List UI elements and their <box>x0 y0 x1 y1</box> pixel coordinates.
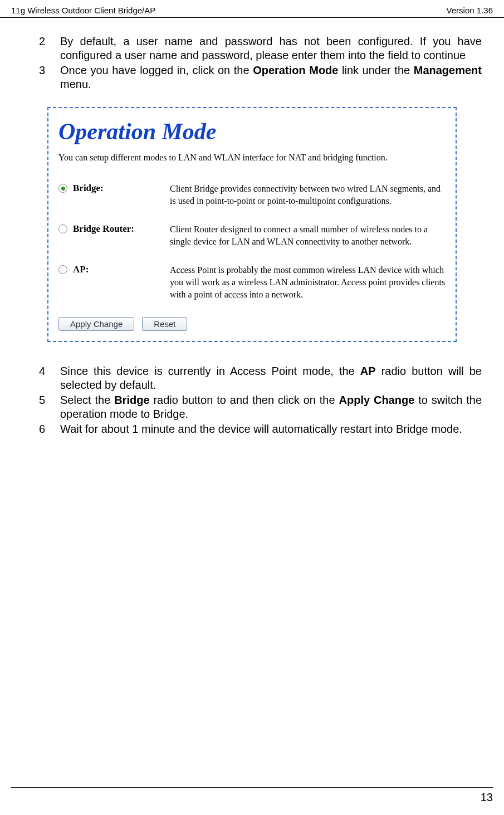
step-text: Since this device is currently in Access… <box>60 364 482 392</box>
step-text: Select the Bridge radio button to and th… <box>60 393 482 421</box>
step-number: 5 <box>39 393 48 421</box>
operation-mode-panel: Operation Mode You can setup different m… <box>47 107 457 342</box>
mode-row: AP:Access Point is probably the most com… <box>58 264 446 300</box>
page-number: 13 <box>481 791 493 803</box>
step-text: By default, a user name and password has… <box>60 35 482 62</box>
mode-label-text: Bridge Router: <box>73 223 134 235</box>
mode-description: Access Point is probably the most common… <box>170 264 446 300</box>
panel-title: Operation Mode <box>58 118 446 145</box>
radio-icon[interactable] <box>58 265 67 274</box>
step-text: Wait for about 1 minute and the device w… <box>60 422 482 436</box>
step-item: 3Once you have logged in, click on the O… <box>39 64 482 91</box>
step-number: 2 <box>39 35 48 62</box>
button-row: Apply Change Reset <box>58 317 446 331</box>
step-item: 4Since this device is currently in Acces… <box>39 364 482 392</box>
step-text: Once you have logged in, click on the Op… <box>60 64 482 91</box>
doc-version: Version 1.36 <box>447 6 493 15</box>
step-item: 2By default, a user name and password ha… <box>39 35 482 62</box>
radio-icon[interactable] <box>58 225 67 233</box>
step-number: 4 <box>39 364 48 392</box>
steps-top: 2By default, a user name and password ha… <box>22 35 482 91</box>
mode-row: Bridge Router:Client Router designed to … <box>58 223 446 247</box>
mode-row: Bridge:Client Bridge provides connectivi… <box>58 183 446 207</box>
mode-radio-label[interactable]: Bridge Router: <box>58 223 170 235</box>
mode-radio-label[interactable]: AP: <box>58 264 170 275</box>
doc-title: 11g Wireless Outdoor Client Bridge/AP <box>11 6 155 15</box>
radio-selected-dot-icon <box>61 187 65 191</box>
mode-radio-label[interactable]: Bridge: <box>58 183 170 194</box>
page-content: 2By default, a user name and password ha… <box>0 35 504 436</box>
page-footer: 13 <box>11 787 493 804</box>
step-item: 6Wait for about 1 minute and the device … <box>39 422 482 436</box>
apply-change-button[interactable]: Apply Change <box>58 317 134 331</box>
page-header: 11g Wireless Outdoor Client Bridge/AP Ve… <box>0 0 504 18</box>
radio-icon[interactable] <box>58 184 67 193</box>
mode-description: Client Bridge provides connectivity betw… <box>170 183 446 207</box>
steps-bottom: 4Since this device is currently in Acces… <box>22 364 482 436</box>
mode-label-text: Bridge: <box>73 183 104 194</box>
step-item: 5Select the Bridge radio button to and t… <box>39 393 482 421</box>
mode-description: Client Router designed to connect a smal… <box>170 223 446 247</box>
panel-description: You can setup different modes to LAN and… <box>58 153 446 163</box>
step-number: 6 <box>39 422 48 436</box>
step-number: 3 <box>39 64 48 91</box>
mode-label-text: AP: <box>73 264 89 275</box>
reset-button[interactable]: Reset <box>142 317 187 331</box>
